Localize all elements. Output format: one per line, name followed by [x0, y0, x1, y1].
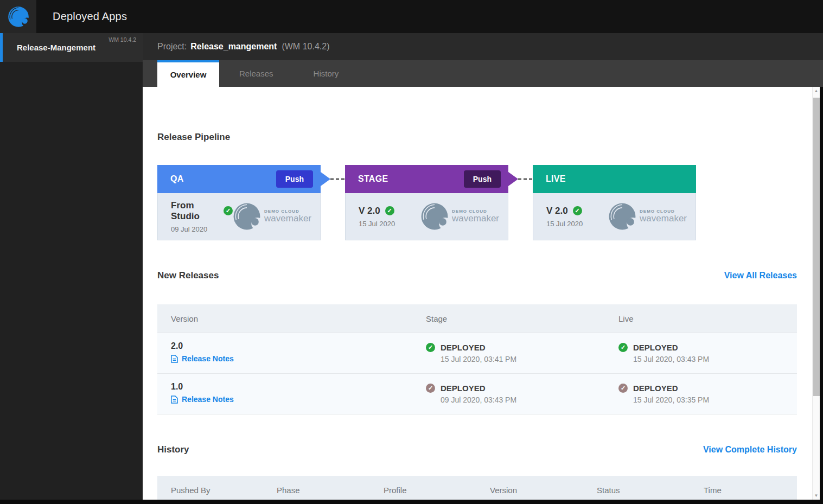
deployed-success-icon: ✓: [426, 343, 435, 352]
tab-releases[interactable]: Releases: [219, 60, 294, 87]
scroll-down-arrow-icon[interactable]: ▼: [813, 493, 820, 498]
release-notes-link[interactable]: Release Notes: [171, 395, 234, 404]
live-phase-name: LIVE: [546, 174, 566, 184]
success-check-icon: ✓: [573, 206, 582, 215]
history-table-header: Pushed By Phase Profile Version Status T…: [157, 476, 797, 500]
deployed-superseded-icon: ✓: [426, 384, 435, 393]
pipeline-card-stage: STAGE Push V 2.0 ✓ 15 Jul 2020: [345, 165, 508, 240]
window-bottom-edge: [0, 500, 823, 504]
column-header-profile: Profile: [384, 486, 490, 495]
view-complete-history-link[interactable]: View Complete History: [703, 445, 797, 455]
release-notes-label: Release Notes: [182, 354, 234, 363]
release-version: 2.0: [171, 341, 426, 351]
stage-push-button[interactable]: Push: [464, 170, 501, 188]
top-bar: Deployed Apps: [0, 0, 823, 33]
live-status-time: 15 Jul 2020, 03:35 PM: [633, 395, 797, 404]
sidebar-item-wm-version: WM 10.4.2: [109, 36, 136, 43]
live-card-header: LIVE: [533, 165, 696, 193]
stage-phase-name: STAGE: [358, 174, 388, 184]
stage-status: DEPLOYED: [441, 343, 486, 352]
scroll-up-arrow-icon[interactable]: ▲: [813, 88, 820, 93]
window-right-edge: [820, 87, 823, 504]
new-releases-table: Version Stage Live 2.0 Release Notes: [157, 304, 797, 414]
column-header-phase: Phase: [277, 486, 384, 495]
project-wm-version: (WM 10.4.2): [282, 42, 329, 52]
wavemaker-logo-icon: [8, 6, 29, 28]
live-deploy-date: 15 Jul 2020: [546, 220, 583, 228]
live-status-time: 15 Jul 2020, 03:43 PM: [633, 355, 797, 363]
qa-deploy-date: 09 Jul 2020: [171, 225, 233, 233]
column-header-status: Status: [597, 486, 704, 495]
column-header-live: Live: [618, 314, 797, 323]
release-notes-label: Release Notes: [182, 395, 234, 404]
project-label: Project:: [157, 42, 187, 52]
column-header-pushed-by: Pushed By: [171, 486, 277, 495]
stage-status-time: 09 Jul 2020, 03:43 PM: [441, 395, 618, 404]
column-header-version: Version: [490, 486, 597, 495]
demo-cloud-badge: DEMO CLOUD wavemaker: [608, 202, 687, 231]
tab-overview[interactable]: Overview: [157, 60, 219, 87]
stage-version-label: V 2.0: [359, 206, 380, 216]
deployed-success-icon: ✓: [618, 343, 628, 352]
release-version: 1.0: [171, 382, 426, 392]
qa-version-label: From Studio: [171, 200, 219, 222]
history-table: Pushed By Phase Profile Version Status T…: [157, 476, 797, 500]
wavemaker-cloud-icon: [233, 202, 261, 231]
main-content: Release Pipeline QA Push From Studio ✓: [143, 87, 823, 500]
success-check-icon: ✓: [385, 206, 394, 215]
release-pipeline: QA Push From Studio ✓ 09 Jul 2020: [157, 165, 797, 240]
qa-card-body: From Studio ✓ 09 Jul 2020: [157, 193, 321, 240]
stage-status: DEPLOYED: [441, 384, 486, 393]
sidebar: WM 10.4.2 Release-Mangement: [0, 33, 143, 500]
history-title: History: [157, 444, 189, 455]
new-releases-title: New Releases: [157, 270, 219, 281]
deployed-apps-window: Deployed Apps WM 10.4.2 Release-Mangemen…: [0, 0, 823, 504]
wavemaker-cloud-icon: [420, 202, 449, 231]
stage-status-time: 15 Jul 2020, 03:41 PM: [441, 355, 618, 363]
demo-cloud-badge: DEMO CLOUD wavemaker: [420, 202, 499, 231]
column-header-stage: Stage: [426, 314, 618, 323]
sidebar-item-label: Release-Mangement: [17, 43, 95, 52]
live-version-label: V 2.0: [546, 206, 568, 216]
vertical-scrollbar[interactable]: ▲ ▼: [812, 87, 820, 500]
document-icon: [171, 395, 178, 404]
stage-deploy-date: 15 Jul 2020: [359, 220, 395, 228]
document-icon: [171, 355, 178, 363]
wavemaker-wordmark: wavemaker: [452, 213, 499, 224]
project-name: Release_mangement: [190, 42, 277, 52]
table-row: 1.0 Release Notes ✓ DEPLOYED: [157, 373, 797, 414]
scrollbar-thumb[interactable]: [813, 98, 820, 396]
live-status: DEPLOYED: [633, 384, 678, 393]
wavemaker-cloud-icon: [608, 202, 636, 231]
view-all-releases-link[interactable]: View All Releases: [724, 271, 797, 280]
table-row: 2.0 Release Notes ✓ DEPLOYED: [157, 333, 797, 373]
new-releases-table-header: Version Stage Live: [157, 304, 797, 333]
pipeline-card-live: LIVE V 2.0 ✓ 15 Jul 2020: [533, 165, 696, 240]
qa-push-button[interactable]: Push: [276, 170, 313, 188]
wavemaker-wordmark: wavemaker: [264, 213, 311, 224]
app-title: Deployed Apps: [53, 10, 127, 23]
project-header: Project: Release_mangement (WM 10.4.2): [143, 33, 823, 60]
release-pipeline-title: Release Pipeline: [157, 132, 797, 143]
live-card-body: V 2.0 ✓ 15 Jul 2020: [533, 193, 696, 240]
qa-phase-name: QA: [170, 174, 184, 184]
demo-cloud-badge: DEMO CLOUD wavemaker: [233, 202, 311, 231]
tab-history[interactable]: History: [294, 60, 359, 87]
pipeline-card-qa: QA Push From Studio ✓ 09 Jul 2020: [157, 165, 321, 240]
wavemaker-wordmark: wavemaker: [640, 213, 687, 224]
column-header-version: Version: [171, 314, 426, 323]
column-header-time: Time: [704, 486, 797, 495]
tab-strip: Overview Releases History: [143, 60, 823, 87]
stage-card-header: STAGE Push: [345, 165, 508, 193]
stage-card-body: V 2.0 ✓ 15 Jul 2020: [345, 193, 508, 240]
release-notes-link[interactable]: Release Notes: [171, 354, 234, 363]
sidebar-item-release-mangement[interactable]: WM 10.4.2 Release-Mangement: [0, 33, 143, 62]
live-status: DEPLOYED: [633, 343, 678, 352]
qa-card-header: QA Push: [157, 165, 321, 193]
wavemaker-logo-button[interactable]: [0, 0, 36, 33]
success-check-icon: ✓: [224, 206, 233, 215]
deployed-superseded-icon: ✓: [618, 384, 628, 393]
